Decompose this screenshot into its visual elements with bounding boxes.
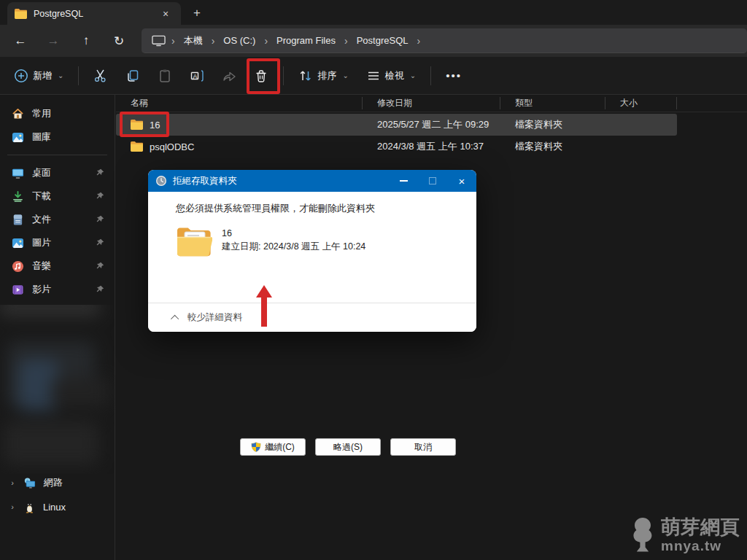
copy-icon bbox=[125, 69, 140, 83]
toolbar-divider bbox=[78, 66, 79, 85]
sidebar-item-videos[interactable]: 影片 bbox=[3, 278, 112, 301]
paste-button[interactable] bbox=[151, 63, 179, 89]
view-button[interactable]: 檢視 ⌄ bbox=[360, 63, 422, 89]
breadcrumb-this-pc[interactable]: 本機 bbox=[178, 32, 209, 50]
uac-shield-icon bbox=[251, 442, 261, 452]
file-row-psqlodbc[interactable]: psqlODBC 2024/3/8 週五 上午 10:37 檔案資料夾 bbox=[116, 136, 677, 158]
desktop-icon bbox=[12, 167, 24, 179]
pin-icon bbox=[96, 262, 104, 271]
dialog-folder-created: 建立日期: 2024/3/8 週五 上午 10:24 bbox=[222, 241, 365, 253]
trash-icon bbox=[254, 69, 268, 83]
dialog-title: 拒絕存取資料夾 bbox=[173, 175, 389, 187]
pin-icon bbox=[96, 168, 104, 177]
sidebar-item-gallery[interactable]: 圖庫 bbox=[3, 125, 112, 149]
continue-button[interactable]: 繼續(C) bbox=[240, 438, 306, 456]
column-header-type[interactable]: 類型 bbox=[500, 95, 605, 112]
sidebar-item-label: 下載 bbox=[32, 190, 96, 203]
file-name: psqlODBC bbox=[150, 141, 194, 152]
continue-button-label: 繼續(C) bbox=[265, 441, 295, 454]
dialog-title-bar: 拒絕存取資料夾 × bbox=[148, 170, 476, 192]
file-name: 16 bbox=[150, 120, 160, 131]
sidebar-divider bbox=[7, 155, 107, 155]
dialog-maximize-button[interactable] bbox=[418, 170, 447, 192]
file-type: 檔案資料夾 bbox=[515, 140, 562, 153]
tab-postgresql[interactable]: PostgreSQL × bbox=[7, 2, 181, 25]
up-button[interactable]: ↑ bbox=[74, 30, 98, 52]
folder-icon bbox=[131, 141, 143, 152]
download-icon bbox=[12, 190, 24, 203]
details-toggle[interactable]: 較少詳細資料 bbox=[148, 303, 476, 332]
sidebar-item-label: 影片 bbox=[32, 283, 96, 296]
delete-button[interactable] bbox=[247, 63, 275, 89]
chevron-down-icon: ⌄ bbox=[58, 71, 63, 79]
refresh-button[interactable]: ↻ bbox=[107, 30, 131, 52]
column-header-size[interactable]: 大小 bbox=[605, 95, 677, 112]
sidebar-item-label: 文件 bbox=[32, 213, 96, 226]
details-toggle-label: 較少詳細資料 bbox=[187, 311, 242, 324]
column-header-name[interactable]: 名稱 bbox=[116, 95, 363, 112]
dialog-folder-name: 16 bbox=[222, 228, 365, 238]
folder-icon bbox=[15, 9, 27, 19]
navigation-pane: 常用 圖庫 桌面 下載 文件 圖片 音樂 bbox=[0, 95, 115, 560]
file-row-16[interactable]: 16 2025/5/27 週二 上午 09:29 檔案資料夾 bbox=[116, 114, 677, 136]
rename-icon: A bbox=[190, 69, 204, 83]
tab-close-icon[interactable]: × bbox=[158, 6, 174, 22]
sidebar-item-music[interactable]: 音樂 bbox=[3, 254, 112, 278]
chevron-right-icon[interactable]: › bbox=[7, 502, 18, 511]
chevron-down-icon: ⌄ bbox=[342, 71, 348, 79]
linux-penguin-icon bbox=[24, 501, 35, 513]
videos-icon bbox=[12, 284, 24, 296]
dialog-close-button[interactable]: × bbox=[447, 170, 476, 192]
sidebar-item-linux[interactable]: › Linux bbox=[3, 495, 112, 518]
chevron-up-icon bbox=[171, 314, 179, 322]
sidebar-item-network[interactable]: › 網路 bbox=[3, 471, 112, 494]
ellipsis-icon: ••• bbox=[446, 69, 462, 82]
pin-icon bbox=[96, 215, 104, 224]
cut-button[interactable] bbox=[87, 63, 115, 89]
music-icon bbox=[12, 260, 24, 273]
sort-button-label: 排序 bbox=[317, 69, 336, 82]
rename-button[interactable]: A bbox=[183, 63, 211, 89]
watermark-site-name: 萌芽網頁 bbox=[661, 518, 740, 537]
breadcrumb-program-files[interactable]: Program Files bbox=[271, 33, 341, 48]
pin-icon bbox=[96, 192, 104, 201]
breadcrumb-postgresql[interactable]: PostgreSQL bbox=[351, 33, 414, 48]
address-bar[interactable]: › 本機 › OS (C:) › Program Files › Postgre… bbox=[142, 28, 747, 53]
back-button[interactable]: ← bbox=[8, 30, 33, 52]
tab-title: PostgreSQL bbox=[34, 9, 158, 19]
sidebar-item-pictures[interactable]: 圖片 bbox=[3, 231, 112, 254]
sidebar-item-home[interactable]: 常用 bbox=[3, 102, 112, 125]
paste-icon bbox=[158, 69, 172, 83]
file-type: 檔案資料夾 bbox=[515, 118, 562, 131]
svg-text:A: A bbox=[193, 71, 198, 79]
sidebar-item-documents[interactable]: 文件 bbox=[3, 208, 112, 231]
sort-button[interactable]: 排序 ⌄ bbox=[292, 63, 355, 89]
copy-button[interactable] bbox=[119, 63, 147, 89]
sidebar-item-label: 圖片 bbox=[32, 236, 96, 249]
column-header-date[interactable]: 修改日期 bbox=[363, 95, 500, 112]
scissors-icon bbox=[93, 69, 108, 83]
forward-button[interactable]: → bbox=[41, 30, 66, 52]
dialog-minimize-button[interactable] bbox=[389, 170, 418, 192]
more-options-button[interactable]: ••• bbox=[439, 63, 468, 89]
file-operation-clock-icon bbox=[155, 175, 167, 187]
chevron-right-icon[interactable]: › bbox=[7, 478, 18, 487]
breadcrumb-separator: › bbox=[209, 35, 218, 47]
breadcrumb-os-c[interactable]: OS (C:) bbox=[217, 33, 261, 48]
file-date: 2025/5/27 週二 上午 09:29 bbox=[377, 118, 489, 131]
new-button-label: 新增 bbox=[33, 69, 52, 82]
breadcrumb-separator: › bbox=[414, 35, 424, 47]
new-tab-button[interactable]: + bbox=[187, 4, 207, 23]
cancel-button[interactable]: 取消 bbox=[390, 438, 456, 456]
new-plus-icon bbox=[14, 69, 28, 83]
tab-bar: PostgreSQL × + bbox=[0, 0, 747, 25]
new-button[interactable]: 新增 ⌄ bbox=[7, 63, 70, 89]
share-icon bbox=[222, 69, 236, 83]
blurred-sidebar-region bbox=[0, 305, 115, 474]
share-button[interactable] bbox=[215, 63, 243, 89]
sidebar-item-desktop[interactable]: 桌面 bbox=[3, 161, 112, 184]
sidebar-item-downloads[interactable]: 下載 bbox=[3, 184, 112, 208]
skip-button[interactable]: 略過(S) bbox=[315, 438, 381, 456]
pin-icon bbox=[96, 285, 104, 294]
sidebar-item-label: 音樂 bbox=[32, 260, 96, 273]
